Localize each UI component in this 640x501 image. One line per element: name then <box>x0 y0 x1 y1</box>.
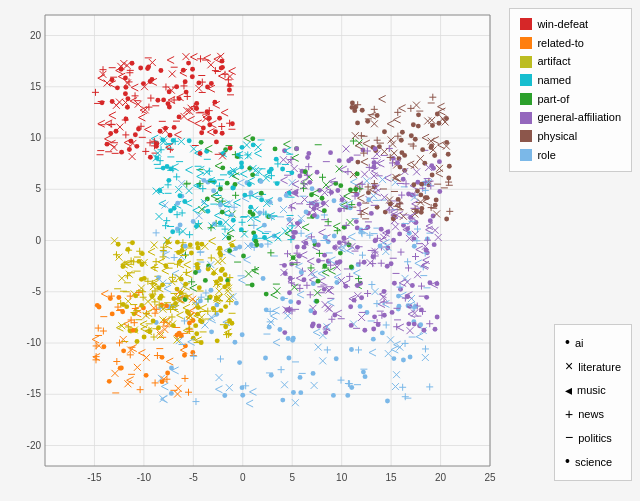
chart-container: win-defeat related-to artifact named par… <box>0 0 640 501</box>
color-legend: win-defeat related-to artifact named par… <box>509 8 632 172</box>
marker-legend: • ai × literature ◂ music + news − polit… <box>554 324 632 481</box>
